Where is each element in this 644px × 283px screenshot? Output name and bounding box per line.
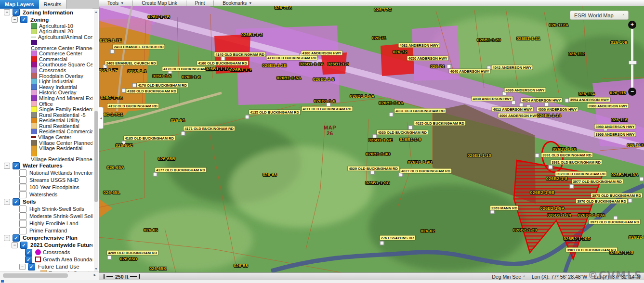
address-label: 4192 OLD BUCKINGHAM RD [107, 104, 158, 108]
panel-vertical-scrollbar[interactable]: ▲ ▼ [94, 10, 98, 271]
collapse-expander-icon[interactable]: − [4, 9, 10, 15]
address-label: 4160 OLD BUCKINGHAM RD [197, 61, 248, 65]
legend-item: Commerce Center Planned De [0, 45, 92, 51]
address-label: 4082 ANDERSON HWY [399, 43, 440, 48]
parcel-id-label: 026B1-1-5 [313, 77, 334, 82]
address-label: 4171 OLD BUCKINGHAM RD [184, 127, 235, 131]
legend-swatch [31, 62, 37, 68]
layer-checkbox[interactable] [19, 227, 26, 234]
layer-label: Water Features [23, 163, 63, 168]
layer-group: − ✓Zoning Information [0, 9, 92, 16]
zoom-in-button[interactable]: + [628, 21, 636, 29]
collapse-expander-icon[interactable]: − [19, 264, 26, 270]
collapse-expander-icon[interactable]: − [4, 199, 10, 205]
building-footprint [389, 113, 394, 117]
collapse-expander-icon[interactable]: − [12, 242, 18, 248]
parcel-id-label: 026B1-1-9C [365, 180, 390, 185]
layer-checkbox[interactable]: ✓ [28, 263, 35, 270]
scroll-down-icon[interactable]: ▼ [94, 267, 98, 271]
layer-item: Watersheds [0, 191, 92, 198]
address-label: 2409 EMANUEL CHURCH RD [105, 61, 157, 65]
legend-swatch [31, 101, 37, 107]
parcel-id-label: 026B2-1-9A [540, 206, 565, 211]
layer-checkbox[interactable]: ✓ [25, 249, 32, 256]
address-label: 4027 OLD BUCKINGHAM RD [400, 169, 451, 173]
layer-checkbox[interactable] [19, 177, 26, 184]
layer-checkbox[interactable]: ✓ [20, 16, 27, 23]
address-label: 4188 OLD BUCKINGHAM RD [126, 89, 177, 93]
address-label: 2269 MANN RD [490, 206, 518, 210]
parcel-id-label: 026-58 [234, 263, 248, 268]
building-footprint [399, 173, 403, 177]
layer-checkbox[interactable] [19, 213, 26, 220]
coordinate-format-selector[interactable]: Deg Min Sec ^ [492, 274, 525, 280]
layer-item: High Shrink-Swell Soils [0, 206, 92, 213]
layer-label: Floodplain Overlay [39, 73, 83, 79]
parcel-id-label: 026-116 [611, 117, 628, 122]
print-button[interactable]: Print [186, 0, 214, 6]
bookmarks-button[interactable]: Bookmarks▼ [214, 0, 261, 6]
panel-horizontal-scrollbar[interactable]: ► [0, 271, 99, 279]
layer-label: Zoning [30, 17, 49, 23]
tab-map-layers[interactable]: Map Layers [0, 0, 39, 9]
legend-item [0, 40, 92, 45]
address-label: 4205 OLD BUCKINGHAM RD [107, 251, 158, 255]
zoom-out-button[interactable]: − [628, 88, 636, 96]
building-footprint [245, 115, 250, 119]
layer-label: Crossroads [43, 249, 70, 255]
collapse-expander-icon[interactable]: − [4, 163, 10, 169]
layer-checkbox[interactable]: ✓ [13, 9, 20, 16]
map-sheet-label: MAP26 [324, 125, 336, 136]
layer-checkbox[interactable] [19, 184, 26, 191]
building-footprint [370, 170, 375, 175]
layer-group: − ✓Zoning [0, 16, 92, 23]
layer-checkbox[interactable] [19, 220, 26, 227]
horizontal-scroll-thumb[interactable] [3, 273, 68, 278]
address-label: 4050 ANDERSON HWY [407, 56, 448, 61]
scroll-right-icon[interactable]: ► [93, 273, 97, 277]
layer-checkbox[interactable]: ✓ [13, 162, 20, 169]
scroll-up-icon[interactable]: ▲ [94, 10, 98, 14]
layer-checkbox[interactable] [19, 191, 26, 198]
layer-label: Future Land Use [38, 264, 79, 270]
gis-application: Map LayersResults − ✓Zoning Information−… [0, 0, 644, 283]
collapse-expander-icon[interactable]: − [4, 235, 10, 241]
panel-tabbar: Map LayersResults [0, 0, 99, 9]
address-label: 4030 ANDERSON HWY [472, 97, 513, 101]
chevron-up-icon: ^ [623, 13, 624, 17]
layer-label: Moderate Shrink-Swell Soils [29, 213, 92, 219]
layer-checkbox[interactable]: ✓ [25, 256, 32, 263]
layer-checkbox[interactable] [19, 169, 26, 177]
layer-checkbox[interactable]: ✓ [20, 242, 27, 249]
layer-label: Comprehensive Plan [23, 235, 78, 241]
basemap-selector[interactable]: ESRI World Map ^ [570, 11, 629, 20]
legend-swatch [31, 140, 37, 146]
legend-item: Village Residential [0, 145, 92, 151]
layer-checkbox[interactable] [19, 206, 26, 213]
layer-checkbox[interactable]: ✓ [13, 198, 20, 206]
layer-checkbox[interactable]: ✓ [13, 234, 20, 242]
panel-collapse-button[interactable]: ◄ [99, 107, 104, 129]
tab-results[interactable]: Results [39, 0, 67, 9]
tools-button[interactable]: Tools▼ [99, 0, 132, 6]
legend-swatch [31, 23, 37, 29]
layer-label: High Shrink-Swell Soils [29, 206, 84, 212]
collapse-expander-icon[interactable]: − [12, 16, 18, 23]
create-map-link-button[interactable]: Create Map Link [133, 0, 185, 6]
vertical-scroll-thumb[interactable] [94, 111, 98, 202]
layer-label: Commerce Center [39, 51, 82, 56]
building-footprint [110, 50, 115, 54]
layer-label: Village Residential Planned De [31, 156, 92, 162]
legend-swatch [31, 73, 37, 79]
map-canvas[interactable]: 2413 EMANUEL CHURCH RD2409 EMANUEL CHURC… [99, 6, 644, 272]
layer-label: Commerce Center Planned De [31, 45, 92, 51]
legend-swatch [31, 123, 37, 129]
building-footprint [132, 83, 137, 88]
legend-item: Rural Residential [0, 123, 92, 129]
zoom-slider-track[interactable] [631, 26, 633, 92]
parcel-id-label: 026-109 [611, 40, 627, 45]
layer-item: 100-Year Floodplains [0, 184, 92, 191]
address-label: 4185 OLD BUCKINGHAM RD [124, 136, 175, 141]
parcel-id-label: 026-65C [116, 143, 133, 148]
zoom-slider-handle[interactable] [629, 61, 637, 64]
